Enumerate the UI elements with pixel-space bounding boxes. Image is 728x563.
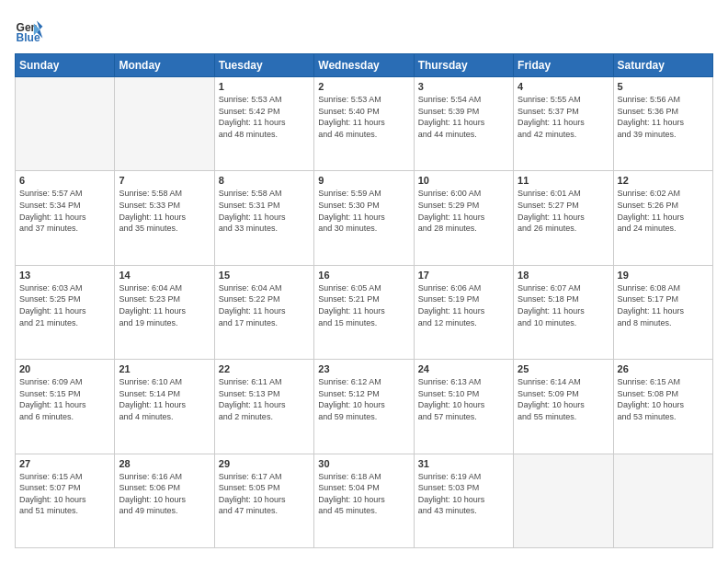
cell-info: Sunrise: 6:18 AMSunset: 5:04 PMDaylight:…	[318, 471, 409, 517]
day-number: 24	[418, 363, 509, 374]
cell-info: Sunrise: 6:08 AMSunset: 5:17 PMDaylight:…	[618, 282, 709, 328]
cell-info: Sunrise: 6:19 AMSunset: 5:03 PMDaylight:…	[418, 471, 509, 517]
calendar-cell: 10Sunrise: 6:00 AMSunset: 5:29 PMDayligh…	[414, 171, 513, 265]
calendar-cell: 30Sunrise: 6:18 AMSunset: 5:04 PMDayligh…	[314, 454, 414, 547]
cell-info: Sunrise: 6:04 AMSunset: 5:23 PMDaylight:…	[119, 282, 210, 328]
calendar-cell: 13Sunrise: 6:03 AMSunset: 5:25 PMDayligh…	[16, 265, 115, 359]
cell-info: Sunrise: 5:55 AMSunset: 5:37 PMDaylight:…	[518, 94, 609, 140]
calendar-cell: 12Sunrise: 6:02 AMSunset: 5:26 PMDayligh…	[613, 171, 712, 265]
calendar-cell: 16Sunrise: 6:05 AMSunset: 5:21 PMDayligh…	[314, 265, 414, 359]
cell-info: Sunrise: 6:02 AMSunset: 5:26 PMDaylight:…	[618, 188, 709, 234]
day-number: 29	[219, 458, 310, 469]
calendar-cell: 21Sunrise: 6:10 AMSunset: 5:14 PMDayligh…	[115, 360, 214, 454]
day-number: 11	[518, 175, 609, 186]
day-number: 15	[219, 270, 310, 281]
calendar-cell	[115, 77, 214, 171]
cell-info: Sunrise: 5:57 AMSunset: 5:34 PMDaylight:…	[19, 188, 110, 234]
day-number: 3	[418, 81, 509, 92]
day-number: 7	[119, 175, 210, 186]
page-header: Gen Blue	[15, 15, 713, 44]
calendar-cell: 23Sunrise: 6:12 AMSunset: 5:12 PMDayligh…	[314, 360, 414, 454]
cell-info: Sunrise: 6:16 AMSunset: 5:06 PMDaylight:…	[119, 471, 210, 517]
calendar-cell: 8Sunrise: 5:58 AMSunset: 5:31 PMDaylight…	[214, 171, 313, 265]
cell-info: Sunrise: 6:14 AMSunset: 5:09 PMDaylight:…	[518, 376, 609, 422]
cell-info: Sunrise: 6:15 AMSunset: 5:07 PMDaylight:…	[19, 471, 110, 517]
day-number: 23	[318, 363, 409, 374]
calendar-cell: 25Sunrise: 6:14 AMSunset: 5:09 PMDayligh…	[514, 360, 613, 454]
calendar-cell: 19Sunrise: 6:08 AMSunset: 5:17 PMDayligh…	[613, 265, 712, 359]
day-number: 5	[618, 81, 709, 92]
calendar-cell: 28Sunrise: 6:16 AMSunset: 5:06 PMDayligh…	[115, 454, 214, 547]
calendar-cell: 3Sunrise: 5:54 AMSunset: 5:39 PMDaylight…	[414, 77, 513, 171]
calendar-cell: 4Sunrise: 5:55 AMSunset: 5:37 PMDaylight…	[514, 77, 613, 171]
cell-info: Sunrise: 5:54 AMSunset: 5:39 PMDaylight:…	[418, 94, 509, 140]
day-number: 19	[618, 270, 709, 281]
cell-info: Sunrise: 6:01 AMSunset: 5:27 PMDaylight:…	[518, 188, 609, 234]
cell-info: Sunrise: 5:53 AMSunset: 5:40 PMDaylight:…	[318, 94, 409, 140]
logo-icon: Gen Blue	[15, 15, 44, 44]
day-number: 13	[19, 270, 110, 281]
calendar-cell: 20Sunrise: 6:09 AMSunset: 5:15 PMDayligh…	[16, 360, 115, 454]
day-number: 28	[119, 458, 210, 469]
cell-info: Sunrise: 6:11 AMSunset: 5:13 PMDaylight:…	[219, 376, 310, 422]
cell-info: Sunrise: 6:07 AMSunset: 5:18 PMDaylight:…	[518, 282, 609, 328]
calendar-cell	[514, 454, 613, 547]
calendar-cell: 22Sunrise: 6:11 AMSunset: 5:13 PMDayligh…	[214, 360, 313, 454]
calendar-table: SundayMondayTuesdayWednesdayThursdayFrid…	[15, 53, 713, 548]
cell-info: Sunrise: 5:58 AMSunset: 5:33 PMDaylight:…	[119, 188, 210, 234]
cell-info: Sunrise: 5:56 AMSunset: 5:36 PMDaylight:…	[618, 94, 709, 140]
calendar-cell: 6Sunrise: 5:57 AMSunset: 5:34 PMDaylight…	[16, 171, 115, 265]
day-number: 17	[418, 270, 509, 281]
calendar-cell	[16, 77, 115, 171]
calendar-cell: 17Sunrise: 6:06 AMSunset: 5:19 PMDayligh…	[414, 265, 513, 359]
day-number: 14	[119, 270, 210, 281]
cell-info: Sunrise: 5:58 AMSunset: 5:31 PMDaylight:…	[219, 188, 310, 234]
calendar-cell: 24Sunrise: 6:13 AMSunset: 5:10 PMDayligh…	[414, 360, 513, 454]
day-header-sunday: Sunday	[16, 54, 115, 77]
day-number: 6	[19, 175, 110, 186]
day-number: 8	[219, 175, 310, 186]
calendar-cell: 31Sunrise: 6:19 AMSunset: 5:03 PMDayligh…	[414, 454, 513, 547]
cell-info: Sunrise: 6:17 AMSunset: 5:05 PMDaylight:…	[219, 471, 310, 517]
day-number: 30	[318, 458, 409, 469]
day-header-thursday: Thursday	[414, 54, 513, 77]
cell-info: Sunrise: 6:15 AMSunset: 5:08 PMDaylight:…	[618, 376, 709, 422]
day-number: 16	[318, 270, 409, 281]
cell-info: Sunrise: 6:06 AMSunset: 5:19 PMDaylight:…	[418, 282, 509, 328]
day-number: 21	[119, 363, 210, 374]
day-number: 12	[618, 175, 709, 186]
day-number: 20	[19, 363, 110, 374]
day-number: 26	[618, 363, 709, 374]
day-number: 27	[19, 458, 110, 469]
calendar-cell: 9Sunrise: 5:59 AMSunset: 5:30 PMDaylight…	[314, 171, 414, 265]
calendar-cell: 15Sunrise: 6:04 AMSunset: 5:22 PMDayligh…	[214, 265, 313, 359]
logo: Gen Blue	[15, 15, 48, 44]
day-number: 9	[318, 175, 409, 186]
calendar-cell: 27Sunrise: 6:15 AMSunset: 5:07 PMDayligh…	[16, 454, 115, 547]
day-number: 25	[518, 363, 609, 374]
cell-info: Sunrise: 6:00 AMSunset: 5:29 PMDaylight:…	[418, 188, 509, 234]
day-number: 4	[518, 81, 609, 92]
calendar-cell: 7Sunrise: 5:58 AMSunset: 5:33 PMDaylight…	[115, 171, 214, 265]
day-number: 10	[418, 175, 509, 186]
cell-info: Sunrise: 6:05 AMSunset: 5:21 PMDaylight:…	[318, 282, 409, 328]
cell-info: Sunrise: 6:04 AMSunset: 5:22 PMDaylight:…	[219, 282, 310, 328]
day-number: 31	[418, 458, 509, 469]
calendar-cell: 11Sunrise: 6:01 AMSunset: 5:27 PMDayligh…	[514, 171, 613, 265]
cell-info: Sunrise: 6:03 AMSunset: 5:25 PMDaylight:…	[19, 282, 110, 328]
calendar-cell: 29Sunrise: 6:17 AMSunset: 5:05 PMDayligh…	[214, 454, 313, 547]
day-header-wednesday: Wednesday	[314, 54, 414, 77]
day-number: 2	[318, 81, 409, 92]
cell-info: Sunrise: 5:59 AMSunset: 5:30 PMDaylight:…	[318, 188, 409, 234]
cell-info: Sunrise: 6:13 AMSunset: 5:10 PMDaylight:…	[418, 376, 509, 422]
cell-info: Sunrise: 5:53 AMSunset: 5:42 PMDaylight:…	[219, 94, 310, 140]
cell-info: Sunrise: 6:10 AMSunset: 5:14 PMDaylight:…	[119, 376, 210, 422]
cell-info: Sunrise: 6:09 AMSunset: 5:15 PMDaylight:…	[19, 376, 110, 422]
day-number: 22	[219, 363, 310, 374]
day-header-saturday: Saturday	[613, 54, 712, 77]
calendar-cell: 5Sunrise: 5:56 AMSunset: 5:36 PMDaylight…	[613, 77, 712, 171]
calendar-cell: 18Sunrise: 6:07 AMSunset: 5:18 PMDayligh…	[514, 265, 613, 359]
calendar-cell: 14Sunrise: 6:04 AMSunset: 5:23 PMDayligh…	[115, 265, 214, 359]
calendar-cell: 2Sunrise: 5:53 AMSunset: 5:40 PMDaylight…	[314, 77, 414, 171]
day-header-monday: Monday	[115, 54, 214, 77]
